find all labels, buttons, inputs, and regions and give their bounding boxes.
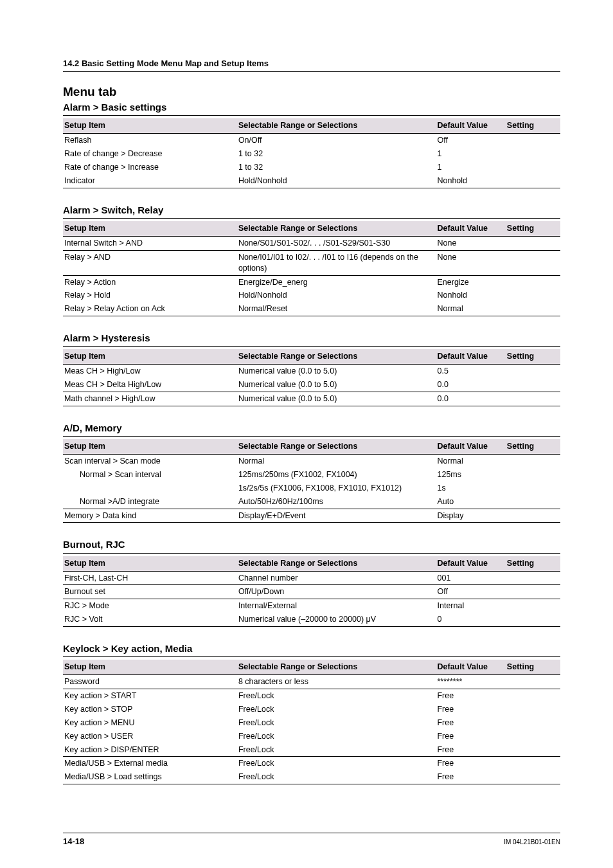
table-row: RJC > VoltNumerical value (–20000 to 200… [63,613,560,626]
selectable-cell: None/I01/I01 to I02/. . . /I01 to I16 (d… [237,250,436,275]
default-value-cell: 1 [436,147,505,161]
table-row: Key action > STOPFree/LockFree [63,703,560,716]
setting-cell [506,613,560,626]
selectable-cell: Free/Lock [237,743,436,757]
settings-table: Setup ItemSelectable Range or Selections… [63,221,560,316]
table-row: Burnout setOff/Up/DownOff [63,585,560,599]
default-value-cell: Free [436,730,505,743]
settings-table: Setup ItemSelectable Range or Selections… [63,118,560,188]
setup-item-cell: Indicator [63,174,237,188]
setting-cell [506,716,560,730]
column-header: Selectable Range or Selections [237,221,436,236]
table-row: Math channel > High/LowNumerical value (… [63,392,560,406]
table-title: Alarm > Basic settings [63,101,560,116]
setting-cell [506,703,560,716]
default-value-cell: Nonhold [436,174,505,188]
table-row: Normal > Scan interval125ms/250ms (FX100… [63,468,560,482]
selectable-cell: 8 characters or less [237,675,436,689]
table-row: Relay > ActionEnergize/De_energEnergize [63,275,560,289]
setting-cell [506,134,560,147]
selectable-cell: Numerical value (0.0 to 5.0) [237,378,436,392]
setting-cell [506,236,560,250]
document-id: IM 04L21B01-01EN [504,838,560,847]
setup-item-cell: Normal > Scan interval [63,468,237,482]
settings-table: Setup ItemSelectable Range or Selections… [63,556,560,627]
default-value-cell: Free [436,757,505,770]
setup-item-cell: Reflash [63,134,237,147]
default-value-cell: Normal [436,302,505,316]
setup-item-cell: RJC > Mode [63,599,237,613]
default-value-cell: 001 [436,571,505,585]
page-footer: 14-18 IM 04L21B01-01EN [63,833,560,847]
selectable-cell: 1 to 32 [237,161,436,174]
settings-table: Setup ItemSelectable Range or Selections… [63,349,560,406]
default-value-cell: Off [436,585,505,599]
default-value-cell: None [436,236,505,250]
column-header: Setting [506,660,560,674]
setting-cell [506,509,560,523]
selectable-cell: 1 to 32 [237,147,436,161]
selectable-cell: Hold/Nonhold [237,289,436,302]
default-value-cell: ******** [436,675,505,689]
column-header: Setting [506,439,560,454]
selectable-cell: Display/E+D/Event [237,509,436,523]
selectable-cell: On/Off [237,134,436,147]
default-value-cell: Free [436,770,505,784]
selectable-cell: Free/Lock [237,703,436,716]
column-header: Setup Item [63,439,237,454]
setup-item-cell: Internal Switch > AND [63,236,237,250]
selectable-cell: Free/Lock [237,757,436,770]
setting-cell [506,585,560,599]
setup-item-cell: Rate of change > Increase [63,161,237,174]
column-header: Default Value [436,221,505,236]
setup-item-cell: Relay > Relay Action on Ack [63,302,237,316]
setup-item-cell: Meas CH > Delta High/Low [63,378,237,392]
selectable-cell: Numerical value (0.0 to 5.0) [237,365,436,378]
column-header: Default Value [436,556,505,571]
selectable-cell: Auto/50Hz/60Hz/100ms [237,495,436,509]
column-header: Setting [506,556,560,571]
setting-cell [506,482,560,495]
setup-item-cell: Key action > MENU [63,716,237,730]
table-row: Key action > MENUFree/LockFree [63,716,560,730]
default-value-cell: 0.0 [436,392,505,406]
default-value-cell: Off [436,134,505,147]
setting-cell [506,468,560,482]
page-number: 14-18 [63,836,84,847]
table-row: Rate of change > Decrease1 to 321 [63,147,560,161]
table-row: First-CH, Last-CHChannel number001 [63,571,560,585]
setup-item-cell: Scan interval > Scan mode [63,455,237,468]
selectable-cell: Free/Lock [237,689,436,703]
setup-item-cell: Media/USB > Load settings [63,770,237,784]
setting-cell [506,743,560,757]
table-row: Media/USB > Load settingsFree/LockFree [63,770,560,784]
settings-table: Setup ItemSelectable Range or Selections… [63,439,560,523]
setup-item-cell: Key action > STOP [63,703,237,716]
selectable-cell: Normal/Reset [237,302,436,316]
setting-cell [506,455,560,468]
selectable-cell: Free/Lock [237,716,436,730]
table-row: ReflashOn/OffOff [63,134,560,147]
column-header: Selectable Range or Selections [237,349,436,364]
table-row: Key action > STARTFree/LockFree [63,689,560,703]
column-header: Selectable Range or Selections [237,556,436,571]
column-header: Default Value [436,349,505,364]
setup-item-cell: Key action > USER [63,730,237,743]
default-value-cell: Internal [436,599,505,613]
column-header: Setup Item [63,118,237,133]
selectable-cell: Internal/External [237,599,436,613]
table-row: Password8 characters or less******** [63,675,560,689]
setting-cell [506,599,560,613]
setting-cell [506,250,560,275]
default-value-cell: Free [436,743,505,757]
setting-cell [506,174,560,188]
setting-cell [506,378,560,392]
table-title: Alarm > Hysteresis [63,332,560,347]
setting-cell [506,757,560,770]
column-header: Default Value [436,660,505,674]
selectable-cell: Numerical value (–20000 to 20000) μV [237,613,436,626]
default-value-cell: 1s [436,482,505,495]
default-value-cell: Free [436,716,505,730]
default-value-cell: 0 [436,613,505,626]
selectable-cell: Energize/De_energ [237,275,436,289]
